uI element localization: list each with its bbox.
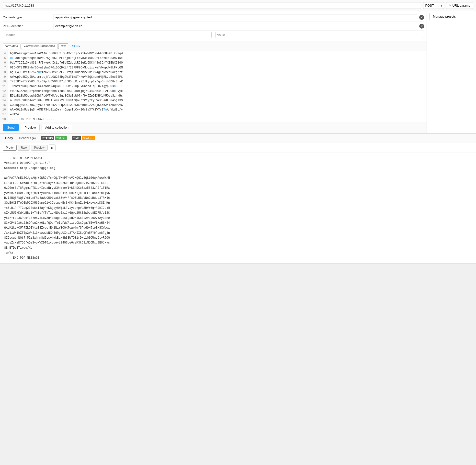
line-content: 0xF3ULngn9bcqNzqDPc07SjU6KZPMLFbj9TSQEt4… [8,56,123,61]
url-params-button[interactable]: ✎ URL params [446,2,473,9]
url-params-label: URL params [453,4,470,7]
url-input[interactable] [3,2,421,9]
code-line: 18-----END PGP MESSAGE----- [0,117,427,122]
line-number: 8 [0,70,8,75]
line-number: 16 [0,108,8,112]
highlight: Tm [103,108,107,111]
header-value-pgp-identifier[interactable] [54,23,417,29]
line-number: 12 [0,89,8,94]
status-label: STATUS [41,136,54,140]
header-key-pgp-identifier: PGP-Identifier [3,24,52,28]
highlight: h [114,85,116,88]
line-number: 13 [0,94,8,98]
code-line: 16AAx06i1nUqejqSnxOM77S4gBlaQYyjjOpgyTcC… [0,108,427,112]
headers-section: Content-Type ✕ PGP-Identifier ✕ [0,11,427,41]
header-value-empty[interactable] [215,32,424,38]
line-number: 18 [0,117,8,122]
line-content: -----END PGP MESSAGE----- [8,117,54,122]
code-line: 8GjBE49HXzYiC/57ZDxAbGZBHmsPSoF7OIfqi9uB… [0,70,427,75]
status-badge: STATUS 200 OK [41,136,67,140]
line-content: XwGoQQ49tKCYbGQny6p77ur4k2/sFqwGo1wJeK8w… [8,103,123,108]
status-value: 200 OK [55,136,67,140]
response-body-tabs: Pretty Raw Preview ⧉ [0,143,476,153]
line-number: 7 [0,66,8,70]
manage-presets-button[interactable]: Manage presets [429,13,459,20]
header-key-empty[interactable] [3,32,212,38]
line-number: 4 [0,51,8,56]
preview-button[interactable]: Preview [21,124,39,131]
edit-icon: ✎ [449,4,452,7]
time-value: 3641 ms [82,136,95,140]
header-row-empty [3,31,424,39]
line-content: GjBE49HXzYiC/57ZDxAbGZBHmsPSoF7OIfqi9uBs… [8,70,123,75]
line-content: AAx06i1nUqejqSnxOM77S4gBlaQYyjjOpgyTcCv/… [8,108,123,112]
code-line: 10TKBIUCYdTK9VG3ofLsGKpJdOV9NoB7g5fB5bLD… [0,79,427,84]
chevron-down-icon: ▾ [79,45,80,48]
line-content: =Uif4 [8,112,19,117]
line-number: 10 [0,79,8,84]
time-badge: TIME 3641 ms [70,136,95,140]
copy-button[interactable]: ⧉ [49,144,56,151]
tab-pretty[interactable]: Pretty [3,145,17,151]
tab-url-encoded[interactable]: x-www-form-urlencoded [21,43,57,49]
tab-body[interactable]: Body [3,135,16,141]
line-content: 9IC+ST8JMR2kh/GC+nEybnGP0xD5QDKj/fISPFP9… [8,66,123,70]
time-label: TIME [72,136,81,140]
header-row-content-type: Content-Type ✕ [3,13,424,22]
line-content: lDbKfrqDdQDbWCpCGXIcWNqN4qBYHlEEGk1v0DpH… [8,84,123,89]
code-line: 15XwGoQQ49tKCYbGQny6p77ur4k2/sFqwGo1wJeK… [0,103,427,108]
tab-json[interactable]: JSON ▾ [69,44,82,49]
code-line: 14oJ/Sysu9H0g4eVh36FH5MME1Tw9Xk2aBUy8foQ… [0,98,427,103]
tab-headers[interactable]: Headers (4) [17,135,38,141]
json-tab-label: JSON [71,44,79,48]
code-line: 17=Uif4 [0,112,427,117]
line-content: E5txBi8b5Qquwh1ObCPpQVTwM/edjqc3QSqZqW07… [8,94,123,98]
response-section: Body Headers (4) STATUS 200 OK TIME 3641… [0,133,476,263]
line-content: AWKwp9s8KQLJDAusmroejf1e0W283Dg2W3FimSTH… [8,75,123,79]
remove-content-type-button[interactable]: ✕ [419,15,424,20]
code-line: 4hQIMA9NxgPpkouA2ARAAn+SH86USYIS54XZ6nj7… [0,51,427,56]
line-content: oJ/Sysu9H0g4eVh36FH5MME1Tw9Xk2aBUy8foQo0… [8,98,123,103]
action-bar: Send Preview Add to collection [0,122,427,133]
line-number: 6 [0,61,8,65]
line-content: fWG1S3KZaqO8YpWmHYIbmgdsn9zYsB80Ye3Q0bUt… [8,89,123,94]
line-number: 11 [0,84,8,89]
response-tabs: Body Headers (4) STATUS 200 OK TIME 3641… [0,134,476,143]
highlight: 0xF [10,56,15,60]
right-panel: Manage presets [427,11,476,133]
code-line: 79IC+ST8JMR2kh/GC+nEybnGP0xD5QDKj/fISPFP… [0,66,427,70]
remove-pgp-identifier-button[interactable]: ✕ [419,24,424,29]
header-row-pgp-identifier: PGP-Identifier ✕ [3,22,424,31]
line-number: 5 [0,56,8,61]
line-number: 9 [0,75,8,79]
header-value-content-type[interactable] [54,14,417,20]
line-number: 17 [0,112,8,117]
code-editor[interactable]: 4hQIMA9NxgPpkouA2ARAAn+SH86USYIS54XZ6nj7… [0,51,427,122]
line-content: TKBIUCYdTK9VG3ofLsGKpJdOV9NoB7g5fB5bLDia… [8,79,123,84]
code-line: 9AWKwp9s8KQLJDAusmroejf1e0W283Dg2W3FimST… [0,75,427,79]
header-key-content-type: Content-Type [3,15,52,19]
method-select[interactable]: POST GET PUT DELETE [423,2,444,9]
code-line: 50xF3ULngn9bcqNzqDPc07SjU6KZPMLFbj9TSQEt… [0,56,427,61]
line-number: 15 [0,103,8,108]
code-line: 13E5txBi8b5Qquwh1ObCPpQVTwM/edjqc3QSqZqW… [0,94,427,98]
tab-raw[interactable]: raw [58,43,68,49]
line-number: 14 [0,98,8,103]
tab-raw[interactable]: Raw [18,145,30,151]
url-bar: POST GET PUT DELETE ✎ URL params [0,0,476,11]
body-type-tabs: form-data x-www-form-urlencoded raw JSON… [0,41,427,51]
line-content: hQIMA9NxgPpkouA2ARAAn+SH86USYIS54XZ6nj7x… [8,51,123,56]
add-to-collection-button[interactable]: Add to collection [42,124,72,131]
code-line: 69aVTY2OI1GXy831hJf0kvpKrIcLgfeBV9ZdoUkR… [0,61,427,65]
code-line: 11lDbKfrqDdQDbWCpCGXIcWNqN4qBYHlEEGk1v0D… [0,84,427,89]
line-content: 9aVTY2OI1GXy831hJf0kvpKrIcLgfeBV9ZdoUkRC… [8,61,123,65]
send-button[interactable]: Send [3,124,19,131]
tab-preview[interactable]: Preview [31,145,48,151]
tab-form-data[interactable]: form-data [3,43,21,49]
code-line: 12fWG1S3KZaqO8YpWmHYIbmgdsn9zYsB80Ye3Q0b… [0,89,427,94]
highlight: Dx [38,71,42,74]
response-content: -----BEGIN PGP MESSAGE----- Version: Ope… [0,153,476,263]
